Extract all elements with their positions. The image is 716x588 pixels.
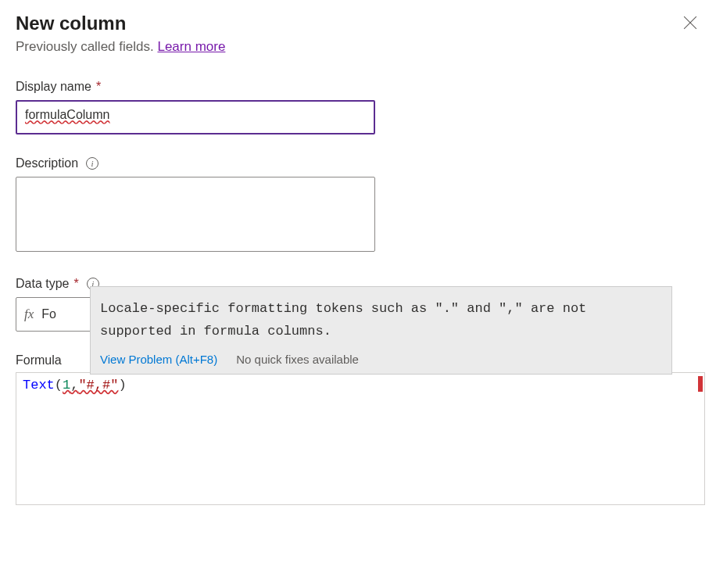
required-indicator: *	[96, 80, 101, 94]
formula-token-paren-open: (	[55, 378, 63, 393]
tooltip-message: Locale-specific formatting tokens such a…	[100, 298, 662, 343]
description-input[interactable]	[16, 177, 375, 252]
formula-token-function: Text	[23, 378, 55, 393]
formula-token-arg1: 1	[63, 378, 70, 393]
subtitle-text: Previously called fields.	[16, 39, 154, 54]
no-quick-fixes-text: No quick fixes available	[236, 353, 359, 366]
error-tooltip: Locale-specific formatting tokens such a…	[90, 286, 672, 375]
formula-token-paren-close: )	[118, 378, 126, 393]
info-icon[interactable]: i	[86, 157, 98, 170]
data-type-value: Fo	[41, 307, 56, 321]
view-problem-link[interactable]: View Problem (Alt+F8)	[100, 353, 217, 366]
formula-editor[interactable]: Text(1,"#,#")	[16, 372, 705, 505]
panel-title: New column	[16, 13, 225, 34]
formula-token-comma: ,	[70, 378, 78, 393]
close-icon	[683, 16, 697, 30]
formula-fx-icon: fx	[24, 307, 34, 322]
display-name-label: Display name	[16, 80, 91, 94]
display-name-value: formulaColumn	[25, 108, 109, 121]
required-indicator: *	[73, 277, 78, 291]
display-name-input[interactable]: formulaColumn	[16, 100, 375, 134]
data-type-label: Data type	[16, 277, 69, 291]
close-button[interactable]	[680, 13, 700, 37]
learn-more-link[interactable]: Learn more	[157, 39, 225, 54]
formula-token-arg2: "#,#"	[78, 378, 118, 393]
description-label: Description	[16, 156, 78, 170]
error-marker-icon[interactable]	[698, 376, 703, 392]
